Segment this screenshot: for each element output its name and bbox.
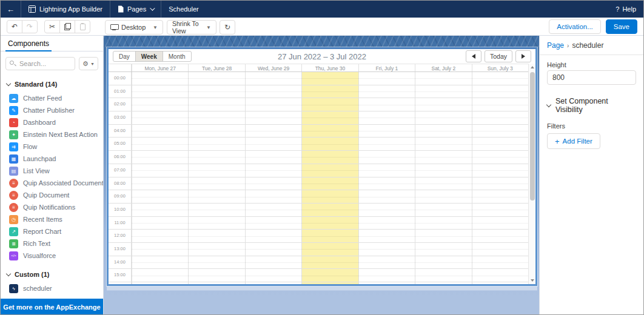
today-button[interactable]: Today [485, 50, 512, 62]
calendar-cell[interactable] [301, 125, 358, 138]
activation-button[interactable]: Activation... [549, 19, 600, 34]
pages-dropdown[interactable]: Pages [110, 1, 161, 18]
prev-week-button[interactable] [466, 50, 481, 62]
calendar-cell[interactable] [132, 164, 188, 177]
calendar-cell[interactable] [301, 164, 358, 177]
calendar-cell[interactable] [301, 111, 358, 124]
view-button-month[interactable]: Month [163, 51, 192, 62]
calendar-cell[interactable] [472, 151, 528, 164]
calendar-cell[interactable] [472, 256, 528, 269]
calendar-cell[interactable] [301, 282, 358, 284]
calendar-cell[interactable] [188, 217, 244, 230]
calendar-cell[interactable] [132, 190, 188, 203]
undo-button[interactable]: ↶ [7, 20, 22, 33]
calendar-cell[interactable] [132, 230, 188, 242]
calendar-cell[interactable] [132, 243, 188, 256]
calendar-cell[interactable] [301, 98, 358, 111]
calendar-cell[interactable] [472, 111, 528, 124]
component-item-report-chart[interactable]: ↗Report Chart [1, 225, 103, 237]
calendar-cell[interactable] [132, 256, 188, 269]
back-button[interactable]: ← [1, 1, 21, 18]
calendar-cell[interactable] [415, 125, 471, 138]
view-mode-selector[interactable]: Shrink To View ▼ [167, 20, 216, 35]
search-input[interactable] [5, 57, 75, 70]
calendar-cell[interactable] [188, 125, 244, 138]
component-item-dashboard[interactable]: ◔Dashboard [1, 116, 103, 128]
calendar-cell[interactable] [301, 204, 358, 216]
calendar-cell[interactable] [415, 190, 471, 203]
appexchange-button[interactable]: Get more on the AppExchange [1, 299, 103, 315]
calendar-cell[interactable] [132, 138, 188, 150]
calendar-cell[interactable] [472, 190, 528, 203]
section-header-standard[interactable]: Standard (14) [1, 78, 103, 91]
device-selector[interactable]: Desktop ▼ [105, 20, 163, 35]
help-button[interactable]: ? Help [608, 1, 643, 18]
calendar-cell[interactable] [245, 204, 301, 216]
calendar-cell[interactable] [358, 243, 415, 256]
calendar-cell[interactable] [132, 98, 188, 111]
component-item-chatter-feed[interactable]: ☁Chatter Feed [1, 92, 103, 104]
calendar-cell[interactable] [301, 190, 358, 203]
calendar-cell[interactable] [188, 282, 244, 284]
calendar-cell[interactable] [358, 230, 415, 242]
calendar-cell[interactable] [132, 177, 188, 190]
copy-button[interactable] [59, 20, 75, 33]
calendar-cell[interactable] [358, 98, 415, 111]
calendar-cell[interactable] [245, 230, 301, 242]
calendar-cell[interactable] [245, 217, 301, 230]
calendar-cell[interactable] [301, 151, 358, 164]
calendar-cell[interactable] [132, 72, 188, 85]
calendar-cell[interactable] [415, 269, 471, 282]
calendar-cell[interactable] [188, 177, 244, 190]
calendar-cell[interactable] [358, 177, 415, 190]
calendar-cell[interactable] [245, 243, 301, 256]
calendar-cell[interactable] [245, 282, 301, 284]
calendar-cell[interactable] [301, 243, 358, 256]
calendar-cell[interactable] [415, 282, 471, 284]
calendar-cell[interactable] [415, 138, 471, 150]
height-input[interactable] [547, 70, 636, 85]
calendar-cell[interactable] [358, 151, 415, 164]
calendar-cell[interactable] [415, 256, 471, 269]
calendar-cell[interactable] [358, 282, 415, 284]
calendar-cell[interactable] [472, 243, 528, 256]
scroll-down-icon[interactable] [529, 277, 535, 284]
component-item-list-view[interactable]: ▤List View [1, 165, 103, 177]
calendar-cell[interactable] [188, 72, 244, 85]
settings-dropdown-button[interactable]: ⚙ ▼ [79, 57, 98, 70]
calendar-cell[interactable] [301, 72, 358, 85]
paste-button[interactable] [75, 20, 90, 33]
calendar-cell[interactable] [132, 204, 188, 216]
calendar-cell[interactable] [188, 256, 244, 269]
calendar-cell[interactable] [358, 72, 415, 85]
calendar-cell[interactable] [472, 269, 528, 282]
calendar-cell[interactable] [358, 256, 415, 269]
calendar-cell[interactable] [415, 72, 471, 85]
calendar-cell[interactable] [415, 230, 471, 242]
calendar-cell[interactable] [472, 204, 528, 216]
component-item-chatter-publisher[interactable]: ✎Chatter Publisher [1, 104, 103, 116]
refresh-button[interactable]: ↻ [220, 20, 235, 35]
calendar-cell[interactable] [472, 177, 528, 190]
calendar-cell[interactable] [188, 269, 244, 282]
calendar-cell[interactable] [358, 85, 415, 98]
calendar-cell[interactable] [188, 111, 244, 124]
calendar-cell[interactable] [188, 85, 244, 98]
section-header-custom[interactable]: Custom (1) [1, 268, 103, 281]
calendar-cell[interactable] [132, 269, 188, 282]
calendar-cell[interactable] [188, 98, 244, 111]
calendar-cell[interactable] [472, 217, 528, 230]
calendar-cell[interactable] [301, 269, 358, 282]
redo-button[interactable]: ↷ [22, 20, 38, 33]
calendar-cell[interactable] [472, 138, 528, 150]
calendar-cell[interactable] [472, 230, 528, 242]
calendar-cell[interactable] [472, 98, 528, 111]
calendar-cell[interactable] [415, 177, 471, 190]
component-item-quip-document[interactable]: ≡Quip Document [1, 189, 103, 201]
calendar-cell[interactable] [358, 111, 415, 124]
calendar-cell[interactable] [472, 72, 528, 85]
calendar-cell[interactable] [132, 151, 188, 164]
calendar-cell[interactable] [245, 177, 301, 190]
calendar-cell[interactable] [245, 138, 301, 150]
calendar-cell[interactable] [358, 269, 415, 282]
